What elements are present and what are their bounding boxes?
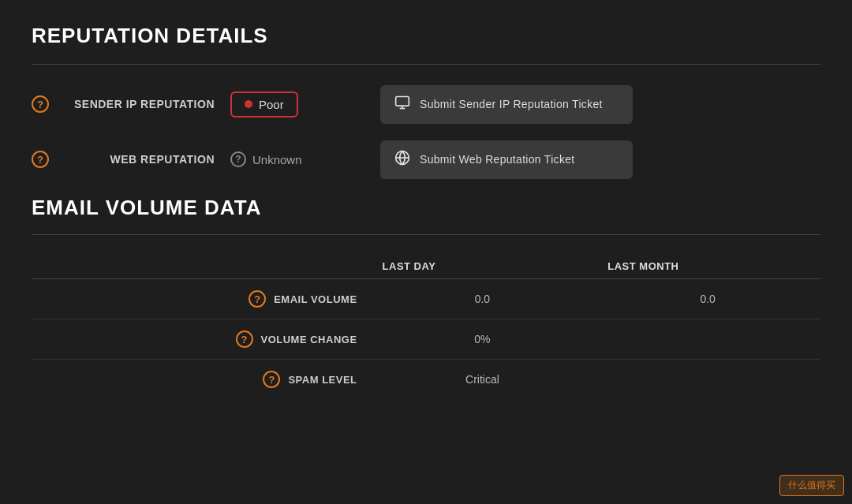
main-container: REPUTATION DETAILS ? SENDER IP REPUTATIO… bbox=[0, 0, 852, 423]
spam-level-row-label: SPAM LEVEL bbox=[288, 374, 357, 386]
volume-change-lastmonth bbox=[595, 319, 820, 360]
unknown-value: ? Unknown bbox=[230, 151, 302, 167]
volume-change-lastday: 0% bbox=[370, 319, 596, 360]
web-rep-help-icon[interactable]: ? bbox=[32, 151, 49, 168]
section-divider bbox=[32, 64, 820, 65]
spam-level-lastmonth bbox=[595, 360, 820, 400]
submit-sender-ip-icon bbox=[394, 95, 410, 114]
poor-badge: Poor bbox=[230, 91, 298, 118]
web-rep-value-container: ? Unknown bbox=[230, 151, 357, 167]
reputation-section-title: REPUTATION DETAILS bbox=[32, 24, 820, 48]
submit-web-rep-icon bbox=[394, 150, 410, 170]
submit-sender-ip-button[interactable]: Submit Sender IP Reputation Ticket bbox=[380, 85, 633, 124]
col-label-header bbox=[32, 254, 370, 279]
sender-ip-row: ? SENDER IP REPUTATION Poor Submit Sende… bbox=[32, 84, 820, 125]
volume-change-row: ? VOLUME CHANGE 0% bbox=[32, 319, 820, 360]
spam-level-help-icon[interactable]: ? bbox=[263, 371, 280, 388]
table-header: LAST DAY LAST MONTH bbox=[32, 254, 820, 279]
spam-level-row: ? SPAM LEVEL Critical bbox=[32, 360, 820, 400]
email-divider bbox=[32, 234, 820, 235]
volume-change-help-icon[interactable]: ? bbox=[236, 330, 253, 348]
email-volume-help-icon[interactable]: ? bbox=[248, 290, 266, 308]
unknown-question-icon: ? bbox=[230, 151, 246, 167]
svg-rect-0 bbox=[396, 96, 409, 106]
sender-ip-label: SENDER IP REPUTATION bbox=[57, 98, 215, 110]
email-volume-lastday: 0.0 bbox=[370, 279, 596, 319]
sender-ip-help-icon[interactable]: ? bbox=[32, 95, 49, 113]
email-volume-row: ? EMAIL VOLUME 0.0 0.0 bbox=[32, 279, 820, 319]
reputation-section: REPUTATION DETAILS ? SENDER IP REPUTATIO… bbox=[32, 24, 820, 180]
email-volume-label-cell: ? EMAIL VOLUME bbox=[32, 279, 370, 319]
web-reputation-row: ? WEB REPUTATION ? Unknown Submit Web Re… bbox=[32, 139, 820, 180]
spam-level-label-cell: ? SPAM LEVEL bbox=[32, 360, 370, 400]
email-volume-section: EMAIL VOLUME DATA LAST DAY LAST MONTH ? … bbox=[32, 196, 820, 399]
submit-web-rep-button[interactable]: Submit Web Reputation Ticket bbox=[380, 140, 633, 179]
submit-web-rep-label: Submit Web Reputation Ticket bbox=[420, 153, 574, 166]
volume-change-row-label: VOLUME CHANGE bbox=[261, 334, 357, 345]
col-lastmonth-header: LAST MONTH bbox=[595, 254, 820, 279]
web-rep-value: Unknown bbox=[252, 153, 302, 166]
email-volume-lastmonth: 0.0 bbox=[595, 279, 820, 319]
watermark: 什么值得买 bbox=[779, 475, 844, 496]
web-rep-label: WEB REPUTATION bbox=[57, 153, 215, 166]
col-lastday-header: LAST DAY bbox=[370, 254, 596, 279]
email-volume-table: LAST DAY LAST MONTH ? EMAIL VOLUME 0.0 0… bbox=[32, 254, 820, 399]
email-volume-title: EMAIL VOLUME DATA bbox=[32, 196, 820, 220]
poor-dot-icon bbox=[245, 100, 252, 108]
volume-change-label-cell: ? VOLUME CHANGE bbox=[32, 319, 370, 360]
spam-level-lastday: Critical bbox=[370, 360, 596, 400]
sender-ip-value-container: Poor bbox=[230, 91, 357, 118]
submit-sender-ip-label: Submit Sender IP Reputation Ticket bbox=[420, 98, 603, 110]
email-volume-row-label: EMAIL VOLUME bbox=[274, 293, 357, 305]
sender-ip-value: Poor bbox=[259, 98, 284, 111]
